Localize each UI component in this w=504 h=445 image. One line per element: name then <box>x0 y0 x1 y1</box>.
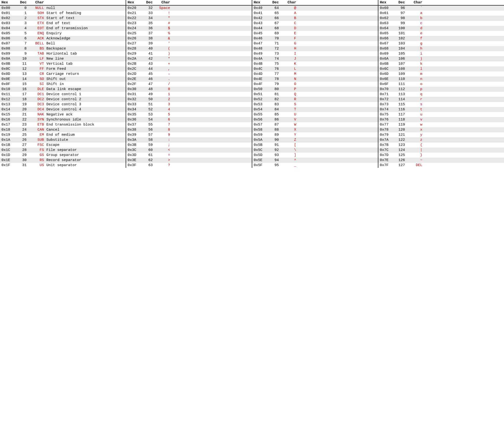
cell-char: CAN <box>29 128 45 132</box>
cell-dec: 2 <box>18 16 29 20</box>
cell-dec: 35 <box>144 21 155 25</box>
table-row: 0x5C92\ <box>252 148 378 153</box>
cell-dec: 89 <box>270 133 281 137</box>
cell-char: < <box>155 148 172 152</box>
cell-hex: 0x6B <box>380 62 396 66</box>
table-row: 0x2032Space <box>126 6 252 11</box>
cell-char: ! <box>155 11 172 15</box>
cell-desc: Start of text <box>45 16 124 20</box>
cell-char: ' <box>155 42 172 46</box>
cell-dec: 60 <box>144 148 155 152</box>
cell-hex: 0x49 <box>254 52 270 56</box>
cell-char: GS <box>29 153 45 157</box>
cell-hex: 0x3D <box>127 153 144 157</box>
table-row: 0x77119w <box>378 122 504 127</box>
cell-hex: 0x68 <box>380 47 396 51</box>
cell-dec: 62 <box>144 158 155 162</box>
cell-char: STX <box>29 16 45 20</box>
table-row: 0x33513 <box>126 102 252 107</box>
table-row: 0x1D29GSGroup separator <box>0 153 126 158</box>
cell-hex: 0x48 <box>254 47 270 51</box>
cell-dec: 25 <box>18 133 29 137</box>
cell-hex: 0x0E <box>1 77 18 81</box>
cell-char: " <box>155 16 172 20</box>
cell-hex: 0x63 <box>380 21 396 25</box>
cell-dec: 54 <box>144 118 155 122</box>
cell-dec: 7 <box>18 42 29 46</box>
cell-dec: 38 <box>144 36 155 41</box>
cell-char: ACK <box>29 36 45 41</box>
table-row: 0x7D125} <box>378 153 504 158</box>
cell-hex: 0x0A <box>1 57 18 61</box>
table-row: 0x36546 <box>126 117 252 122</box>
cell-hex: 0x7E <box>380 158 396 162</box>
cell-dec: 85 <box>270 113 281 117</box>
table-row: 0x65101e <box>378 31 504 36</box>
cell-char: FF <box>29 67 45 71</box>
cell-dec: 93 <box>270 153 281 157</box>
table-row: 0x5989Y <box>252 132 378 137</box>
cell-hex: 0x66 <box>380 36 396 41</box>
cell-dec: 99 <box>396 21 407 25</box>
cell-char: [ <box>281 143 298 147</box>
cell-hex: 0x29 <box>127 52 144 56</box>
cell-hex: 0x08 <box>1 47 18 51</box>
cell-hex: 0x53 <box>254 102 270 106</box>
cell-hex: 0x31 <box>127 92 144 96</box>
cell-hex: 0x3C <box>127 148 144 152</box>
cell-char: k <box>407 62 424 66</box>
table-row: 0x71113q <box>378 92 504 97</box>
cell-hex: 0x46 <box>254 36 270 41</box>
cell-hex: 0x44 <box>254 26 270 30</box>
cell-hex: 0x5C <box>254 148 270 152</box>
cell-dec: 65 <box>270 11 281 15</box>
table-row: 0x6E110n <box>378 77 504 82</box>
table-row: 0x37557 <box>126 122 252 127</box>
table-row: 0x2840( <box>126 46 252 51</box>
table-row: 0x73115s <box>378 102 504 107</box>
table-row: 0x3D61= <box>126 153 252 158</box>
cell-dec: 92 <box>270 148 281 152</box>
cell-char: ) <box>155 52 172 56</box>
cell-char: SI <box>29 82 45 86</box>
cell-dec: 32 <box>144 6 155 10</box>
table-row: 0x2436$ <box>126 26 252 31</box>
cell-char: * <box>155 57 172 61</box>
cell-hex: 0x30 <box>127 87 144 91</box>
cell-char: W <box>281 123 298 127</box>
cell-hex: 0x11 <box>1 92 18 96</box>
table-row: 0x79121y <box>378 132 504 137</box>
cell-hex: 0x57 <box>254 123 270 127</box>
cell-hex: 0x56 <box>254 118 270 122</box>
cell-hex: 0x39 <box>127 133 144 137</box>
cell-char: y <box>407 133 424 137</box>
cell-char: DC1 <box>29 92 45 96</box>
cell-hex: 0x38 <box>127 128 144 132</box>
cell-dec: 24 <box>18 128 29 132</box>
cell-hex: 0x3A <box>127 138 144 142</box>
cell-char: r <box>407 97 424 102</box>
cell-dec: 40 <box>144 47 155 51</box>
cell-hex: 0x7B <box>380 143 396 147</box>
cell-char: 9 <box>155 133 172 137</box>
cell-dec: 124 <box>396 148 407 152</box>
table-row: 0x4367C <box>252 21 378 26</box>
cell-hex: 0x76 <box>380 118 396 122</box>
cell-char: – <box>155 72 172 76</box>
cell-dec: 80 <box>270 87 281 91</box>
cell-hex: 0x43 <box>254 21 270 25</box>
table-row: 0x5484T <box>252 107 378 112</box>
cell-dec: 55 <box>144 123 155 127</box>
table-row: 0x30480 <box>126 87 252 92</box>
cell-hex: 0x6C <box>380 67 396 71</box>
cell-char: : <box>155 138 172 142</box>
cell-char: f <box>407 36 424 41</box>
cell-hex: 0x2A <box>127 57 144 61</box>
cell-char: 5 <box>155 113 172 117</box>
table-row: 0x1F31USUnit separator <box>0 163 126 168</box>
cell-hex: 0x05 <box>1 31 18 35</box>
cell-dec: 6 <box>18 36 29 41</box>
cell-dec: 31 <box>18 163 29 167</box>
table-row: 0x5888X <box>252 127 378 132</box>
cell-char: FS <box>29 148 45 152</box>
